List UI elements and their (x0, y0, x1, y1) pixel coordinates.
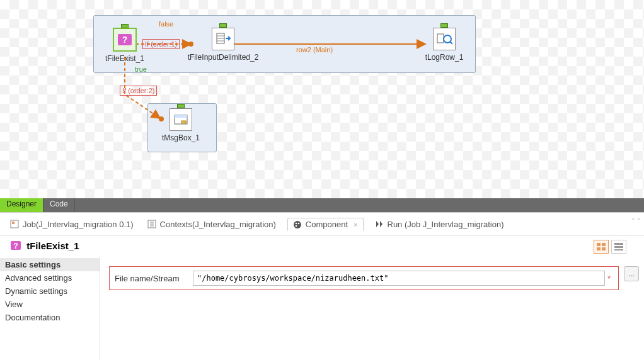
component-label: tFileExist_1 (96, 54, 153, 63)
branch-false-label: false (159, 20, 173, 28)
menu-basic-settings[interactable]: Basic settings (0, 258, 100, 271)
tfileexist-icon: ? (113, 28, 137, 52)
branch-true-label: true (135, 65, 147, 73)
view-job-label: Job(J_Intervlag_migration 0.1) (23, 220, 134, 229)
layout-toggle (594, 240, 626, 254)
if-order1-label[interactable]: If (order:1) (142, 39, 180, 49)
filename-label: File name/Stream (115, 274, 193, 283)
layout-list-icon[interactable] (611, 240, 626, 254)
svg-text:?: ? (13, 242, 18, 250)
view-run-label: Run (Job J_Intervlag_migration) (388, 220, 504, 229)
contexts-icon (147, 220, 156, 228)
svg-point-15 (294, 221, 301, 228)
settings-menu: Basic settings Advanced settings Dynamic… (0, 256, 100, 360)
component-label: tFileInputDelimited_2 (179, 53, 267, 62)
svg-rect-24 (602, 247, 606, 250)
component-tlogrow[interactable]: tLogRow_1 (416, 28, 473, 62)
component-tfileinputdelimited[interactable]: tFileInputDelimited_2 (179, 28, 267, 62)
run-icon (375, 220, 384, 228)
properties-panel: Job(J_Intervlag_migration 0.1) Contexts(… (0, 212, 644, 360)
filename-field-row: File name/Stream * (109, 266, 619, 290)
tab-designer[interactable]: Designer (0, 198, 43, 212)
minimize-dots-icon[interactable]: ▫ ▫ (632, 215, 640, 222)
logrow-icon (433, 28, 456, 50)
job-icon (10, 220, 19, 228)
svg-rect-22 (602, 243, 606, 246)
msgbox-icon (170, 108, 192, 131)
component-title-icon: ? (10, 240, 21, 251)
component-tmsgbox[interactable]: tMsgBox_1 (152, 108, 209, 142)
views-bar: Job(J_Intervlag_migration 0.1) Contexts(… (0, 213, 644, 236)
view-contexts[interactable]: Contexts(J_Intervlag_migration) (145, 218, 279, 231)
design-canvas[interactable]: ? tFileExist_1 tFileInputDelimited_2 tLo… (0, 0, 644, 198)
svg-rect-11 (181, 121, 186, 123)
svg-rect-10 (175, 115, 187, 118)
view-contexts-label: Contexts(J_Intervlag_migration) (160, 220, 276, 229)
file-input-icon (212, 28, 234, 50)
close-tab-icon[interactable]: × (354, 221, 357, 228)
layout-grid-icon[interactable] (594, 240, 609, 254)
view-run[interactable]: Run (Job J_Intervlag_migration) (372, 218, 507, 231)
view-job[interactable]: Job(J_Intervlag_migration 0.1) (8, 218, 136, 231)
required-star: * (607, 274, 611, 283)
component-label: tMsgBox_1 (152, 133, 209, 142)
svg-rect-6 (437, 34, 444, 43)
palette-icon (293, 220, 302, 229)
svg-rect-21 (597, 243, 601, 246)
tab-code[interactable]: Code (43, 198, 75, 212)
if-order2-label[interactable]: If (order:2) (120, 86, 157, 96)
row2-label: row2 (Main) (296, 46, 333, 53)
view-component-label: Component (306, 220, 348, 229)
designer-code-tabs: Designer Code (0, 198, 644, 212)
menu-view[interactable]: View (0, 298, 100, 311)
browse-button[interactable]: ... (624, 266, 639, 281)
menu-advanced-settings[interactable]: Advanced settings (0, 271, 100, 284)
settings-form: File name/Stream * ... (100, 256, 644, 360)
svg-text:?: ? (122, 35, 128, 45)
svg-rect-26 (614, 246, 623, 248)
svg-point-18 (296, 225, 297, 227)
svg-rect-13 (12, 222, 14, 224)
svg-point-16 (296, 222, 297, 224)
component-title: ? tFileExist_1 (10, 240, 79, 251)
view-component[interactable]: Component × (287, 218, 364, 231)
svg-rect-23 (597, 247, 601, 250)
svg-line-8 (450, 42, 452, 44)
svg-rect-25 (614, 243, 623, 245)
menu-dynamic-settings[interactable]: Dynamic settings (0, 284, 100, 298)
menu-documentation[interactable]: Documentation (0, 311, 100, 324)
filename-input[interactable] (193, 271, 605, 286)
svg-rect-27 (614, 249, 623, 250)
svg-point-17 (298, 222, 300, 224)
component-label: tLogRow_1 (416, 53, 473, 62)
